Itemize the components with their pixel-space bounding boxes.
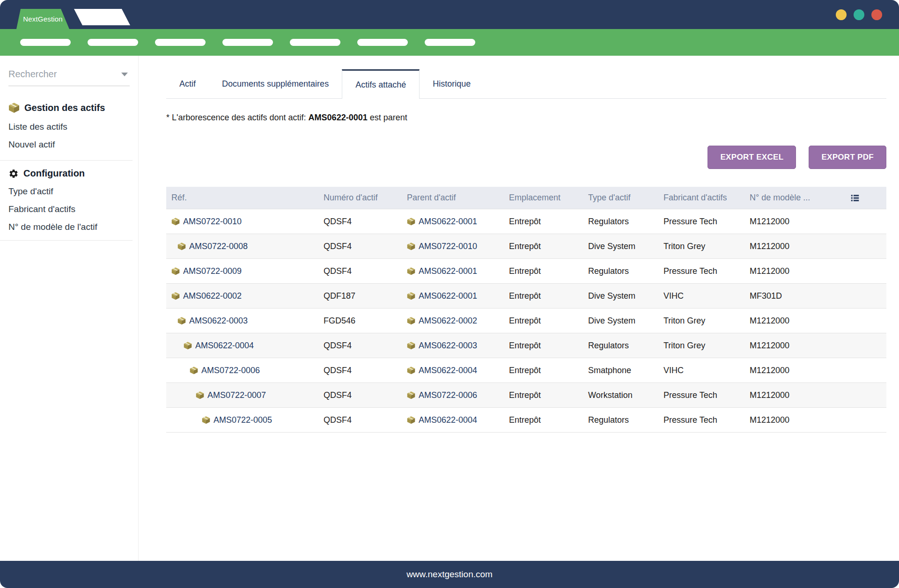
tab-documents-supplementaires[interactable]: Documents supplémentaires	[209, 69, 342, 98]
nav-pill-2[interactable]	[155, 39, 206, 46]
sidebar-item-liste-des-actifs[interactable]: Liste des actifs	[0, 122, 138, 132]
numero-cell: QDSF4	[318, 366, 402, 375]
nav-pill-6[interactable]	[425, 39, 475, 46]
package-icon	[407, 366, 415, 375]
numero-cell: QDSF4	[318, 266, 402, 276]
nav-pill-1[interactable]	[88, 39, 138, 46]
asset-ref-link[interactable]: AMS0722-0008	[189, 242, 248, 251]
nav-pill-5[interactable]	[357, 39, 408, 46]
ghost-tab[interactable]	[74, 9, 130, 25]
list-icon	[850, 193, 860, 203]
table-row: AMS0622-0002 QDF187 AMS0622-0001 Entrepô…	[166, 284, 886, 309]
export-pdf-button[interactable]: EXPORT PDF	[809, 146, 886, 169]
type-cell: Workstation	[583, 390, 658, 400]
type-cell: Dive System	[583, 242, 658, 251]
parent-asset-link[interactable]: AMS0622-0004	[419, 366, 477, 375]
numero-cell: QDF187	[318, 291, 402, 301]
sidebar-section-title: Gestion des actifs	[24, 103, 105, 113]
sidebar-item-type-actif[interactable]: Type d'actif	[0, 186, 138, 197]
fabricant-cell: Pressure Tech	[658, 217, 744, 227]
parent-cell: AMS0622-0001	[402, 217, 504, 227]
tab-bar: Actif Documents supplémentaires Actifs a…	[166, 69, 886, 99]
asset-ref-link[interactable]: AMS0722-0007	[207, 390, 266, 400]
asset-ref-link[interactable]: AMS0622-0003	[189, 316, 248, 326]
package-icon	[407, 267, 415, 275]
type-cell: Smatphone	[583, 366, 658, 375]
emplacement-cell: Entrepôt	[504, 341, 583, 351]
package-icon	[407, 242, 415, 250]
column-settings-button[interactable]	[831, 193, 886, 203]
parent-cell: AMS0622-0001	[402, 266, 504, 276]
table-row: AMS0722-0007 QDSF4 AMS0722-0006 Entrepôt…	[166, 383, 886, 408]
col-type: Type d'actif	[583, 193, 658, 203]
emplacement-cell: Entrepôt	[504, 291, 583, 301]
asset-ref-link[interactable]: AMS0622-0004	[195, 341, 254, 351]
package-icon	[202, 416, 210, 424]
nav-pill-4[interactable]	[290, 39, 340, 46]
maximize-dot-icon[interactable]	[854, 9, 864, 20]
modele-cell: M1212000	[744, 415, 831, 425]
parent-asset-link[interactable]: AMS0622-0001	[419, 266, 477, 276]
package-icon	[177, 242, 186, 250]
emplacement-cell: Entrepôt	[504, 266, 583, 276]
export-actions: EXPORT EXCEL EXPORT PDF	[166, 146, 886, 169]
fabricant-cell: Triton Grey	[658, 316, 744, 326]
parent-asset-link[interactable]: AMS0722-0010	[419, 242, 477, 251]
fabricant-cell: Pressure Tech	[658, 415, 744, 425]
parent-asset-link[interactable]: AMS0622-0001	[419, 217, 477, 227]
modele-cell: M1212000	[744, 366, 831, 375]
fabricant-cell: VIHC	[658, 291, 744, 301]
package-icon	[407, 316, 415, 325]
asset-ref-link[interactable]: AMS0722-0009	[183, 266, 242, 276]
parent-asset-link[interactable]: AMS0622-0001	[419, 291, 477, 301]
close-dot-icon[interactable]	[871, 9, 882, 20]
modele-cell: MF301D	[744, 291, 831, 301]
nav-pill-3[interactable]	[222, 39, 273, 46]
emplacement-cell: Entrepôt	[504, 316, 583, 326]
asset-ref-link[interactable]: AMS0722-0006	[201, 366, 260, 375]
emplacement-cell: Entrepôt	[504, 390, 583, 400]
modele-cell: M1212000	[744, 316, 831, 326]
tree-note: * L'arborescence des actifs dont actif: …	[166, 113, 886, 123]
tab-actif[interactable]: Actif	[166, 69, 209, 98]
sidebar-item-nouvel-actif[interactable]: Nouvel actif	[0, 140, 138, 150]
asset-ref-link[interactable]: AMS0722-0005	[214, 415, 272, 425]
emplacement-cell: Entrepôt	[504, 242, 583, 251]
type-cell: Regulators	[583, 415, 658, 425]
parent-asset-link[interactable]: AMS0622-0004	[419, 415, 477, 425]
brand-tab[interactable]: NextGestion	[16, 9, 69, 29]
col-parent: Parent d'actif	[402, 193, 504, 203]
tab-actifs-attache[interactable]: Actifs attaché	[342, 69, 420, 99]
package-icon	[177, 316, 186, 325]
emplacement-cell: Entrepôt	[504, 366, 583, 375]
nav-pill-0[interactable]	[20, 39, 71, 46]
sidebar-item-fabricant-actifs[interactable]: Fabricant d'actifs	[0, 204, 138, 214]
parent-cell: AMS0722-0006	[402, 390, 504, 400]
ref-cell: AMS0722-0008	[166, 242, 318, 251]
parent-asset-link[interactable]: AMS0622-0002	[419, 316, 477, 326]
package-icon	[407, 292, 415, 300]
modele-cell: M1212000	[744, 341, 831, 351]
col-emplacement: Emplacement	[504, 193, 583, 203]
parent-cell: AMS0622-0004	[402, 415, 504, 425]
minimize-dot-icon[interactable]	[836, 9, 847, 20]
emplacement-cell: Entrepôt	[504, 415, 583, 425]
asset-ref-link[interactable]: AMS0622-0002	[183, 291, 242, 301]
tab-historique[interactable]: Historique	[420, 69, 484, 98]
asset-ref-link[interactable]: AMS0722-0010	[183, 217, 242, 227]
modele-cell: M1212000	[744, 242, 831, 251]
numero-cell: QDSF4	[318, 390, 402, 400]
export-excel-button[interactable]: EXPORT EXCEL	[707, 146, 796, 169]
modele-cell: M1212000	[744, 390, 831, 400]
search-select[interactable]: Rechercher	[8, 69, 130, 86]
table-header: Réf. Numéro d'actif Parent d'actif Empla…	[166, 187, 886, 209]
sidebar-item-numero-modele[interactable]: N° de modèle de l'actif	[0, 222, 138, 232]
fabricant-cell: Pressure Tech	[658, 266, 744, 276]
parent-cell: AMS0622-0002	[402, 316, 504, 326]
ref-cell: AMS0622-0003	[166, 316, 318, 326]
parent-asset-link[interactable]: AMS0622-0003	[419, 341, 477, 351]
parent-asset-link[interactable]: AMS0722-0006	[419, 390, 477, 400]
numero-cell: QDSF4	[318, 415, 402, 425]
ref-cell: AMS0722-0007	[166, 390, 318, 400]
col-ref: Réf.	[166, 193, 318, 203]
